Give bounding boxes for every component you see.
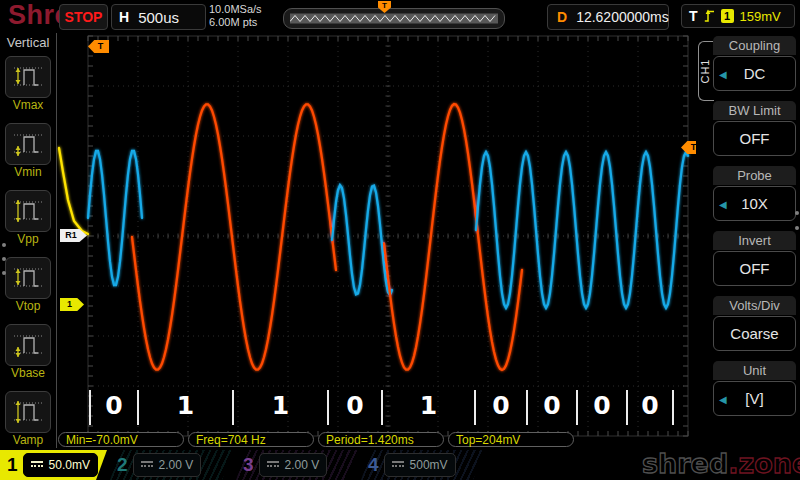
menu-label: Unit bbox=[713, 361, 796, 380]
channel-4-tab[interactable]: 4500mV bbox=[361, 450, 484, 480]
vbase-icon bbox=[5, 324, 51, 366]
horizontal-timebase-box[interactable]: H 500us bbox=[111, 4, 206, 30]
channel-number: 3 bbox=[243, 454, 254, 476]
menu-label: BW Limit bbox=[713, 101, 796, 120]
channel-3-tab[interactable]: 32.00 V bbox=[236, 450, 358, 480]
timebase-value: 500us bbox=[138, 9, 179, 26]
measure-item-label: Vamp bbox=[0, 433, 56, 449]
measure-item-vmax[interactable]: Vmax bbox=[0, 56, 56, 114]
menu-value-text: Coarse bbox=[730, 325, 778, 342]
delay-value: 12.6200000ms bbox=[576, 9, 669, 25]
vamp-icon bbox=[5, 391, 51, 433]
select-arrow-icon: ◀ bbox=[719, 393, 727, 404]
acquisition-info: 10.0MSa/s 6.00M pts bbox=[209, 3, 262, 29]
menu-value-text: OFF bbox=[740, 130, 770, 147]
trigger-source-badge: 1 bbox=[721, 9, 734, 23]
rising-edge-icon bbox=[704, 9, 715, 23]
dc-coupling-icon bbox=[31, 461, 43, 470]
shredzone-logo: shred.zone bbox=[642, 448, 800, 479]
logo-zone: .zone bbox=[728, 448, 800, 479]
delay-readout: D 12.6200000ms bbox=[547, 4, 669, 30]
channel-scale-box: 2.00 V bbox=[259, 453, 328, 477]
channel-number: 1 bbox=[7, 454, 18, 476]
menu-page-dots bbox=[795, 211, 799, 241]
menu-volts-div[interactable]: Volts/DivCoarse bbox=[713, 296, 796, 351]
channel-2-tab[interactable]: 22.00 V bbox=[110, 450, 233, 480]
channel-scale-box: 2.00 V bbox=[133, 453, 202, 477]
channel-scale: 500mV bbox=[410, 458, 448, 472]
measure-item-label: Vbase bbox=[0, 366, 56, 382]
menu-value[interactable]: OFF bbox=[713, 251, 796, 286]
menu-value-text: DC bbox=[744, 65, 766, 82]
channel-scale: 50.0mV bbox=[49, 458, 90, 472]
trigger-readout[interactable]: T 1 159mV bbox=[681, 4, 795, 28]
channel-menu-panel: CH1 Coupling◀DCBW LimitOFFProbe◀10XInver… bbox=[696, 33, 800, 450]
vmax-icon bbox=[5, 56, 51, 98]
menu-label: Volts/Div bbox=[713, 296, 796, 315]
menu-label: Invert bbox=[713, 231, 796, 250]
measure-item-vmin[interactable]: Vmin bbox=[0, 123, 56, 181]
channel-number: 2 bbox=[117, 454, 128, 476]
trigger-label: T bbox=[689, 8, 698, 24]
menu-value[interactable]: Coarse bbox=[713, 316, 796, 351]
menu-value-text: 10X bbox=[741, 195, 768, 212]
menu-value[interactable]: ◀10X bbox=[713, 186, 796, 221]
measure-item-vamp[interactable]: Vamp bbox=[0, 391, 56, 449]
channel-menu-tab-label: CH1 bbox=[699, 43, 713, 99]
horizontal-label: H bbox=[119, 9, 129, 25]
menu-probe[interactable]: Probe◀10X bbox=[713, 166, 796, 221]
vmin-icon bbox=[5, 123, 51, 165]
menu-label: Coupling bbox=[713, 36, 796, 55]
channel-scale: 2.00 V bbox=[285, 458, 320, 472]
memory-depth: 6.00M pts bbox=[209, 16, 262, 29]
channel-scale-box: 50.0mV bbox=[23, 453, 98, 477]
select-arrow-icon: ◀ bbox=[719, 198, 727, 209]
measure-item-label: Vmax bbox=[0, 98, 56, 114]
vertical-menu-title: Vertical bbox=[0, 33, 56, 50]
menu-label: Probe bbox=[713, 166, 796, 185]
measure-item-label: Vpp bbox=[0, 232, 56, 248]
vtop-icon bbox=[5, 257, 51, 299]
channel-number: 4 bbox=[368, 454, 379, 476]
sample-rate: 10.0MSa/s bbox=[209, 3, 262, 16]
dc-coupling-icon bbox=[267, 461, 279, 470]
delay-label: D bbox=[557, 9, 567, 25]
channel-menu-tab[interactable]: CH1 bbox=[698, 41, 714, 101]
measure-item-vpp[interactable]: Vpp bbox=[0, 190, 56, 248]
timeline-wave-icon bbox=[290, 12, 498, 25]
menu-coupling[interactable]: Coupling◀DC bbox=[713, 36, 796, 91]
dc-coupling-icon bbox=[141, 461, 153, 470]
channel-1-tab[interactable]: 150.0mV bbox=[0, 450, 107, 480]
vertical-menu-panel: Vertical VmaxVminVppVtopVbaseVamp bbox=[0, 33, 57, 448]
menu-value-text: OFF bbox=[740, 260, 770, 277]
menu-value[interactable]: ◀DC bbox=[713, 56, 796, 91]
logo-shred: shred bbox=[642, 448, 728, 479]
select-arrow-icon: ◀ bbox=[719, 68, 727, 79]
measure-item-vbase[interactable]: Vbase bbox=[0, 324, 56, 382]
waveform-display bbox=[55, 33, 700, 450]
dc-coupling-icon bbox=[392, 461, 404, 470]
channel-scale: 2.00 V bbox=[159, 458, 194, 472]
menu-invert[interactable]: InvertOFF bbox=[713, 231, 796, 286]
run-state-button[interactable]: STOP bbox=[59, 4, 108, 30]
channel-scale-box: 500mV bbox=[384, 453, 456, 477]
oscilloscope-screen: Shred STOP H 500us 10.0MSa/s 6.00M pts T… bbox=[0, 0, 800, 480]
menu-value[interactable]: ◀[V] bbox=[713, 381, 796, 416]
measure-item-label: Vtop bbox=[0, 299, 56, 315]
menu-bw-limit[interactable]: BW LimitOFF bbox=[713, 101, 796, 156]
menu-value-text: [V] bbox=[745, 390, 763, 407]
menu-scroll-dots bbox=[2, 243, 6, 285]
trigger-level-value: 159mV bbox=[740, 9, 781, 24]
measure-item-vtop[interactable]: Vtop bbox=[0, 257, 56, 315]
vpp-icon bbox=[5, 190, 51, 232]
top-bar: Shred STOP H 500us 10.0MSa/s 6.00M pts T… bbox=[0, 0, 800, 33]
menu-unit[interactable]: Unit◀[V] bbox=[713, 361, 796, 416]
menu-value[interactable]: OFF bbox=[713, 121, 796, 156]
measure-item-label: Vmin bbox=[0, 165, 56, 181]
timeline-bar[interactable] bbox=[283, 8, 505, 29]
